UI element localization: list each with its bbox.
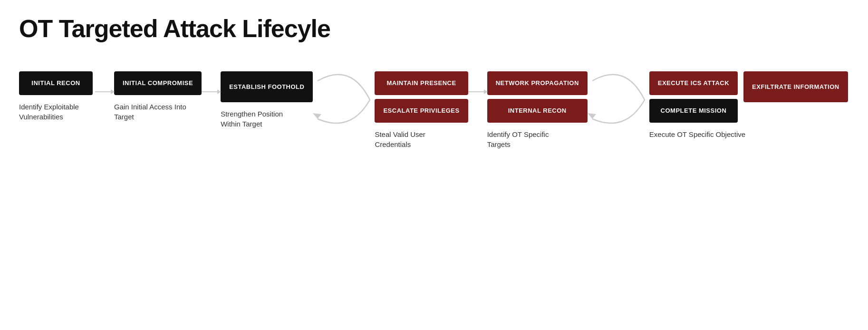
group3-col1-badges: EXECUTE ICS ATTACK COMPLETE MISSION: [649, 71, 738, 123]
connector-2: [202, 91, 221, 92]
phase-initial-compromise: INITIAL COMPROMISE Gain Initial Access I…: [114, 71, 202, 122]
connector-line-3: [468, 91, 487, 92]
description-group2: Identify OT Specific Targets: [487, 129, 563, 149]
connector-line-1: [95, 91, 114, 92]
description-initial-compromise: Gain Initial Access Into Target: [114, 102, 190, 122]
lifecycle-flow: INITIAL RECON Identify Exploitable Vulne…: [19, 71, 849, 149]
phase-group2: NETWORK PROPAGATION INTERNAL RECON Ident…: [487, 71, 588, 149]
svg-marker-1: [588, 113, 596, 119]
svg-marker-0: [313, 113, 321, 119]
connector-3: [468, 91, 487, 92]
description-group1: Steal Valid User Credentials: [375, 129, 451, 149]
connector-line-2: [202, 91, 221, 92]
page-container: OT Targeted Attack Lifecyle INITIAL RECO…: [0, 0, 868, 330]
phase-group1: MAINTAIN PRESENCE ESCALATE PRIVILEGES St…: [375, 71, 468, 149]
description-establish-foothold: Strengthen Position Within Target: [221, 109, 297, 129]
badge-escalate-privileges: ESCALATE PRIVILEGES: [375, 99, 468, 123]
phase-initial-recon: INITIAL RECON Identify Exploitable Vulne…: [19, 71, 95, 122]
description-group3: Execute OT Specific Objective: [649, 129, 745, 139]
badge-initial-recon: INITIAL RECON: [19, 71, 93, 95]
badge-execute-ics: EXECUTE ICS ATTACK: [649, 71, 738, 95]
badge-exfiltrate: EXFILTRATE INFORMATION: [743, 71, 848, 102]
badge-network-propagation: NETWORK PROPAGATION: [487, 71, 588, 95]
phase-establish-foothold: ESTABLISH FOOTHOLD Strengthen Position W…: [221, 71, 313, 129]
phase-group3: EXECUTE ICS ATTACK COMPLETE MISSION EXFI…: [649, 71, 848, 139]
arc-connector-2: [588, 57, 649, 143]
arc-connector-1: [313, 57, 375, 143]
badge-internal-recon: INTERNAL RECON: [487, 99, 588, 123]
badge-establish-foothold: ESTABLISH FOOTHOLD: [221, 71, 313, 102]
badge-complete-mission: COMPLETE MISSION: [649, 99, 738, 123]
badge-maintain-presence: MAINTAIN PRESENCE: [375, 71, 468, 95]
description-initial-recon: Identify Exploitable Vulnerabilities: [19, 102, 95, 122]
badge-initial-compromise: INITIAL COMPROMISE: [114, 71, 202, 95]
group1-badges: MAINTAIN PRESENCE ESCALATE PRIVILEGES: [375, 71, 468, 123]
connector-1: [95, 91, 114, 92]
page-title: OT Targeted Attack Lifecyle: [19, 14, 849, 43]
group2-badges: NETWORK PROPAGATION INTERNAL RECON: [487, 71, 588, 123]
group3-col2-badges: EXFILTRATE INFORMATION: [743, 71, 848, 102]
